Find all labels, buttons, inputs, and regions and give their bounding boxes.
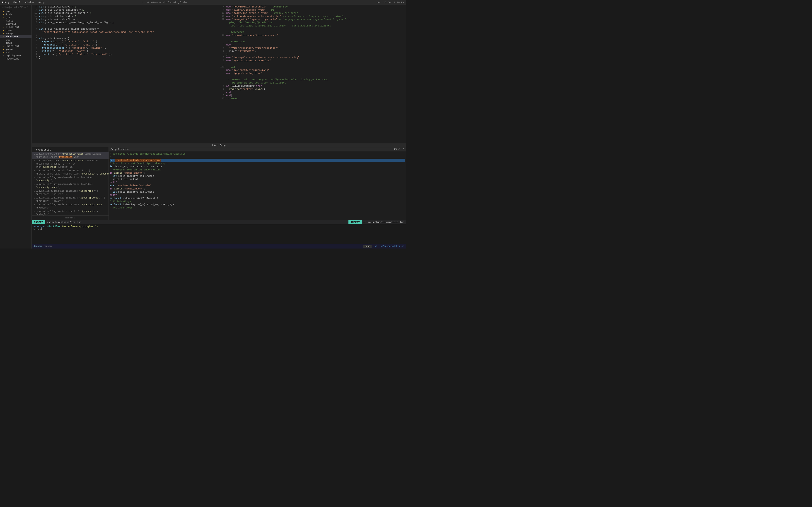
code-line: 11 vim.g.ale_set_quickfix = 1: [32, 18, 219, 21]
grep-result-item[interactable]: ○ ./nvim/lua/plugin/init.lua:60:46: ft =…: [32, 169, 108, 176]
sidebar-item-limelight[interactable]: ▸ limelight: [0, 25, 32, 29]
search-icon: ⌕: [34, 148, 35, 151]
code-line: 1 svelte = { "prettier", "eslint", "styl…: [32, 53, 219, 56]
code-line: 119 -- Git: [219, 66, 406, 69]
code-line: 7 use {: [219, 44, 406, 47]
preview-line: ": [110, 156, 405, 159]
code-line: 8 vim.g.ale_javascript_eslint_executable…: [32, 27, 219, 31]
terminal-line2: > exit: [34, 228, 404, 231]
right-info: base ⎇ ~/Project/dotfiles: [363, 245, 404, 248]
code-line: 10 -- Setup: [219, 97, 406, 101]
grep-search-input[interactable]: [36, 148, 107, 151]
sidebar-item-git2[interactable]: ▸ git: [0, 16, 32, 19]
dir-info: ~/Project/dotfiles: [380, 245, 404, 248]
sidebar-item-ranger[interactable]: ▸ ranger: [0, 32, 32, 35]
git-branch-icon: ⎇: [374, 245, 377, 248]
statusline-left: INSERT nvim/lua/plugin/ale.lua: [32, 220, 83, 224]
preview-line: " JS indentkeys: [110, 200, 405, 203]
bottom-status-bar: 0:nvim 1:nvim base ⎇ ~/Project/dotfiles: [32, 244, 406, 248]
grep-header: Live Grep: [32, 143, 406, 147]
menubar: kitty Shell Window Help :: st /Users/zak…: [0, 0, 406, 5]
folder-icon: ▸: [2, 42, 5, 44]
nvim-statusline: INSERT nvim/lua/plugin/ale.lua INSERT ⎇ …: [32, 220, 406, 224]
editor-left-content: 16 vim.g.ale_fix_on_save = 1 14 vim.g.al…: [32, 5, 219, 143]
grep-pane: Live Grep ⌕ ○ ./nvim/after/indent/typesc…: [32, 143, 406, 220]
code-line: '/Users/tomzaku/Projects/shopee_react_na…: [32, 31, 219, 34]
sidebar-item-tmux[interactable]: ▸ tmux: [0, 42, 32, 45]
grep-result-item[interactable]: ○ ./nvim/after/indent/typescriptreact.vi…: [32, 152, 108, 159]
code-line: 3 end): [219, 94, 406, 97]
code-line: [219, 75, 406, 78]
editor-left[interactable]: 16 vim.g.ale_fix_on_save = 1 14 vim.g.al…: [32, 5, 219, 143]
preview-line-highlight: exe 'runtime! indent/typescript.vim': [110, 159, 405, 162]
file-icon: ·: [2, 58, 5, 60]
base-badge: base: [363, 245, 371, 248]
app-name[interactable]: kitty: [2, 1, 9, 4]
preview-line: " Prologue: load in XML indentation.: [110, 168, 405, 171]
code-line: 2 python = { "autopep8", "yapf" },: [32, 50, 219, 53]
code-line: 12 vim.g.ale_set_loclist = 0: [32, 15, 219, 18]
code-line: plugin/lsp/setting/jsonls.lua: [219, 21, 406, 24]
sidebar-item-showcase[interactable]: ▸ showcase: [0, 35, 32, 38]
folder-icon: ▸: [2, 16, 5, 19]
code-line: [219, 37, 406, 40]
grep-result-item[interactable]: ○ ./nvim/lua/plugin/ale.lua:11:3: typesc…: [32, 189, 108, 196]
sidebar-path: ~/Project/dotfiles/..: [0, 6, 32, 9]
code-line: 4 end: [219, 91, 406, 94]
result-icon: ○: [34, 210, 35, 214]
preview-line: if exists('b:did_indent'): [110, 171, 405, 174]
code-line: 2 use "kyazdani42/nvim-tree.lua": [219, 59, 406, 62]
sidebar-item-yabai[interactable]: ▸ yabai: [0, 48, 32, 51]
result-icon: ○: [34, 204, 35, 207]
code-line: 14 vim.g.ale_linters_explicit = 1: [32, 9, 219, 12]
folder-icon: ▸: [2, 10, 5, 13]
insert-mode-badge-right: INSERT: [348, 220, 362, 224]
code-line: 9: [32, 24, 219, 27]
tab-indicator: 1:nvim: [44, 245, 52, 247]
grep-body: ⌕ ○ ./nvim/after/indent/typescriptreact.…: [32, 147, 406, 220]
sidebar-item-git[interactable]: ▸ .git: [0, 10, 32, 13]
folder-icon: ▸: [2, 19, 5, 22]
grep-left: ⌕ ○ ./nvim/after/indent/typescriptreact.…: [32, 147, 109, 220]
menu-window[interactable]: Window: [24, 1, 35, 4]
git-icon-right: ⎇: [362, 221, 367, 224]
terminal-line1: ~/Project/dotfiles feat/clean-up-plugins…: [34, 225, 404, 228]
code-line: 12 use "tamago324/nlsp-settings.nvim" --…: [219, 18, 406, 21]
folder-icon: ▸: [2, 48, 5, 51]
folder-icon: ▸: [2, 26, 5, 29]
grep-result-item[interactable]: ○ ./nvim/lua/plugin/nvim-colorizer.lua:1…: [32, 176, 108, 183]
menu-help[interactable]: Help: [38, 1, 45, 4]
preview-line: " XML indentkeys: [110, 206, 405, 209]
grep-result-item[interactable]: ○ ./nvim/after/indent/typescriptreact.vi…: [32, 159, 108, 169]
grep-result-item[interactable]: ○ ./nvim/lua/plugin/nvim-colorizer.lua:1…: [32, 183, 108, 189]
editor-right[interactable]: 8 use "neovim/nvim-lspconfig" -- enable …: [219, 5, 406, 143]
grep-results-label: Results: [32, 216, 108, 220]
sidebar-item-ubersicht[interactable]: ▸ Ubersicht: [0, 45, 32, 48]
menu-shell[interactable]: Shell: [12, 1, 21, 4]
grep-preview-content: " see https://github.com/HerringtonDarkh…: [109, 152, 406, 220]
grep-result-item[interactable]: ○ ./nvim/lua/plugin/vista.lua:11:3: type…: [32, 210, 108, 216]
sidebar-item-skd[interactable]: ▸ skd: [0, 38, 32, 42]
preview-line: endif: [110, 181, 405, 184]
folder-icon: ▸: [2, 39, 5, 41]
grep-search-bar[interactable]: ⌕: [32, 147, 108, 152]
grep-preview: Grep Preview 15 / 15 " see https://githu…: [109, 147, 406, 220]
code-line: 10 use "folke/lsp-trouble.nvim" -- windo…: [219, 12, 406, 15]
grep-result-item[interactable]: ○ ./nvim/lua/plugin/vista.lua:10:3: type…: [32, 203, 108, 210]
sidebar-item-zsh[interactable]: ▸ zsh: [0, 51, 32, 54]
file-icon: ·: [2, 55, 5, 57]
sidebar-item-fish[interactable]: ▸ fish: [0, 13, 32, 16]
folder-icon: ▸: [2, 45, 5, 48]
editor-right-content: 8 use "neovim/nvim-lspconfig" -- enable …: [219, 5, 406, 143]
sidebar-item-lazygit[interactable]: ▸ lazygit: [0, 22, 32, 25]
sidebar-item-readme[interactable]: · README.md: [0, 57, 32, 60]
statusline-right-file: nvim/lua/plugin/init.lua: [367, 221, 406, 224]
sidebar-item-kitty[interactable]: ▸ kitty: [0, 19, 32, 22]
nvim-badge: 0:nvim: [34, 245, 42, 247]
grep-result-item[interactable]: ○ ./nvim/lua/plugin/ale.lua:13:3: typesc…: [32, 196, 108, 203]
sidebar-item-gitignore[interactable]: · .gitignore: [0, 54, 32, 57]
preview-line: " Save the current JavaScript indentexpr…: [110, 162, 405, 165]
code-line: 5 typescript = { "prettier", "eslint" },: [32, 40, 219, 44]
terminal-area[interactable]: ~/Project/dotfiles feat/clean-up-plugins…: [32, 224, 406, 244]
sidebar-item-nvim[interactable]: ▸ nvim: [0, 29, 32, 32]
